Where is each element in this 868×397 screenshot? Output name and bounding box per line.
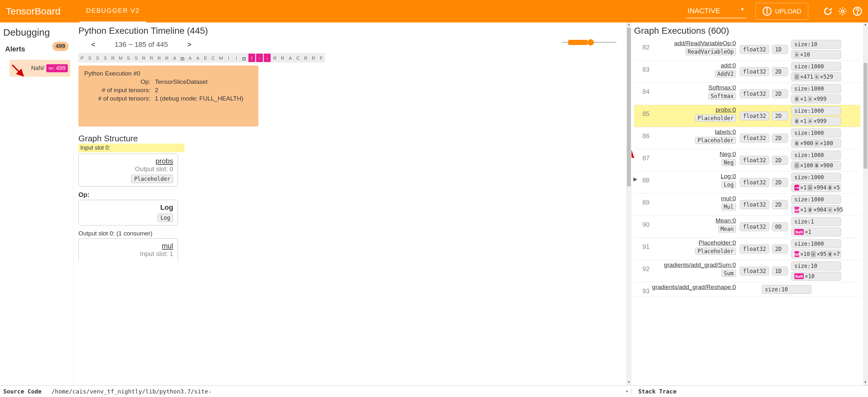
execution-detail-card: Python Execution #0 Op:TensorSliceDatase… [79, 66, 258, 127]
breakdown-chip: -×100 0×900 [791, 161, 841, 170]
timeline-panel: Python Execution Timeline (445) < 136 ~ … [74, 23, 626, 386]
row-index: 90 [635, 217, 657, 236]
timeline-cell[interactable]: C [294, 53, 302, 62]
timeline-scrollbar[interactable]: ▲ ▼ [626, 23, 631, 386]
graph-exec-row[interactable]: 92gradients/add_grad/Sum:0Sumfloat321Dsi… [634, 260, 860, 282]
graph-exec-row[interactable]: 89mul:0Mulfloat322Dsize:1000NaN×1 0×904 … [634, 194, 860, 216]
tensor-name[interactable]: Softmax:0 [708, 84, 736, 91]
row-index: 91 [635, 239, 657, 259]
graph-exec-panel: Graph Executions (600) 82add/ReadVariabl… [631, 23, 863, 386]
upload-button[interactable]: UPLOAD [755, 3, 808, 20]
timeline-next[interactable]: > [187, 40, 191, 49]
timeline-cell[interactable]: S [101, 53, 109, 62]
dtype-chip: float32 [740, 156, 769, 165]
tensor-name[interactable]: Log:0 [720, 173, 736, 180]
timeline-cell[interactable]: R [310, 53, 317, 62]
timeline-cell[interactable]: - [256, 53, 263, 62]
timeline-cell[interactable]: R [109, 53, 117, 62]
timeline-cell[interactable]: S [125, 53, 132, 62]
brand-text: TensorBoard [6, 6, 60, 17]
timeline-cell[interactable]: R [302, 53, 309, 62]
graphexec-scrollbar[interactable]: ▲ ▼ [863, 23, 868, 386]
op-chip: ReadVariableOp [685, 48, 736, 55]
timeline-cell[interactable]: A [171, 53, 178, 62]
tensor-name[interactable]: Placeholder:0 [699, 239, 736, 246]
op-chip: AddV2 [715, 70, 736, 77]
graph-exec-row[interactable]: 85probs:0Placeholderfloat322Dsize:10000×… [634, 105, 860, 127]
scroll-up-icon[interactable]: ▲ [624, 389, 629, 394]
help-icon[interactable] [852, 6, 862, 16]
tab-debugger[interactable]: DEBUGGER V2 [80, 0, 146, 23]
tensor-name[interactable]: probs:0 [716, 106, 736, 113]
dtype-chip: float32 [740, 134, 769, 143]
timeline-cell[interactable]: ! [248, 53, 255, 62]
size-chip: size:1 [791, 217, 841, 226]
timeline-cell[interactable]: A [287, 53, 294, 62]
timeline-cell[interactable]: - [264, 53, 271, 62]
timeline-cell[interactable]: I [232, 53, 240, 62]
size-chip: size:1000 [791, 129, 841, 137]
op-chip: Mean [718, 226, 736, 233]
timeline-slider[interactable] [562, 42, 616, 43]
timeline-cell[interactable]: m [179, 53, 186, 62]
size-chip: size:1000 [791, 173, 841, 182]
timeline-cell[interactable]: F [317, 53, 325, 62]
gs-op-card[interactable]: Log Log [79, 200, 178, 226]
timeline-cell[interactable]: A [186, 53, 194, 62]
timeline-cell[interactable]: S [132, 53, 140, 62]
alert-row-nan[interactable]: NaN/ ∞: 499 [10, 60, 70, 77]
size-chip: size:1000 [791, 195, 841, 204]
run-selector[interactable]: INACTIVE [686, 4, 746, 18]
timeline-cell[interactable]: A [194, 53, 202, 62]
breakdown-chip: NaN×10 -×95 0×7 [791, 250, 841, 259]
graph-exec-row[interactable]: ▶88Log:0Logfloat322Dsize:1000-∞×1 -×994 … [634, 171, 860, 194]
timeline-cell[interactable]: M [117, 53, 124, 62]
gs-input-card[interactable]: probs Output slot: 0 Placeholder [79, 154, 178, 187]
timeline-cell[interactable]: m [240, 53, 248, 62]
timeline-cell[interactable]: E [202, 53, 209, 62]
shape-chip: 2D [772, 67, 788, 76]
timeline-cell[interactable]: R [271, 53, 279, 62]
row-index: 83 [635, 62, 657, 81]
svg-point-2 [767, 8, 768, 10]
tensor-name[interactable]: labels:0 [715, 129, 736, 136]
timeline-cell[interactable]: C [210, 53, 217, 62]
breakdown-chip: +×10 [791, 50, 841, 59]
graph-exec-row[interactable]: 83add:0AddV2float322Dsize:1000-×471 +×52… [634, 61, 860, 83]
timeline-cell[interactable]: R [279, 53, 286, 62]
graph-exec-row[interactable]: 86labels:0Placeholderfloat322Dsize:10000… [634, 127, 860, 150]
tensor-name[interactable]: gradients/add_grad/Sum:0 [664, 261, 736, 268]
timeline-range: 136 ~ 185 of 445 [115, 40, 168, 49]
timeline-cell[interactable]: I [225, 53, 232, 62]
timeline-cell[interactable]: P [79, 53, 86, 62]
timeline-prev[interactable]: < [91, 40, 95, 49]
caret-icon: ▶ [633, 176, 637, 182]
graph-exec-row[interactable]: 90Mean:0Meanfloat320Dsize:1NaN×1 [634, 216, 860, 238]
timeline-cell[interactable]: R [140, 53, 148, 62]
reload-icon[interactable] [823, 6, 833, 16]
dtype-chip: float32 [740, 67, 769, 76]
graph-exec-title: Graph Executions (600) [634, 26, 860, 36]
tensor-name[interactable]: Mean:0 [716, 217, 736, 224]
timeline-cell[interactable]: R [148, 53, 155, 62]
tensor-name[interactable]: gradients/add_grad/Reshape:0 [652, 284, 736, 291]
gs-output-card[interactable]: mul Input slot: 1 [79, 238, 178, 261]
timeline-cell[interactable]: S [86, 53, 94, 62]
graph-exec-row[interactable]: 87Neg:0Negfloat322Dsize:1000-×100 0×900 [634, 150, 860, 171]
graph-exec-row[interactable]: 91Placeholder:0Placeholderfloat322Dsize:… [634, 238, 860, 260]
timeline-cell[interactable]: R [156, 53, 163, 62]
size-chip: size:1000 [791, 151, 841, 160]
tensor-name[interactable]: add:0 [720, 62, 736, 69]
tensor-name[interactable]: mul:0 [721, 195, 736, 202]
timeline-cell[interactable]: R [163, 53, 170, 62]
row-index: 84 [635, 84, 657, 103]
graph-exec-row[interactable]: 93gradients/add_grad/Reshape:0size:10 [634, 282, 860, 296]
svg-line-7 [631, 146, 633, 157]
tensor-name[interactable]: add/ReadVariableOp:0 [674, 40, 736, 47]
timeline-cell[interactable]: S [94, 53, 101, 62]
timeline-cell[interactable]: M [217, 53, 225, 62]
settings-icon[interactable] [838, 6, 847, 16]
graph-exec-row[interactable]: 82add/ReadVariableOp:0ReadVariableOpfloa… [634, 38, 860, 61]
graph-exec-row[interactable]: 84Softmax:0Softmaxfloat322Dsize:10000×1 … [634, 83, 860, 105]
tensor-name[interactable]: Neg:0 [719, 151, 736, 158]
